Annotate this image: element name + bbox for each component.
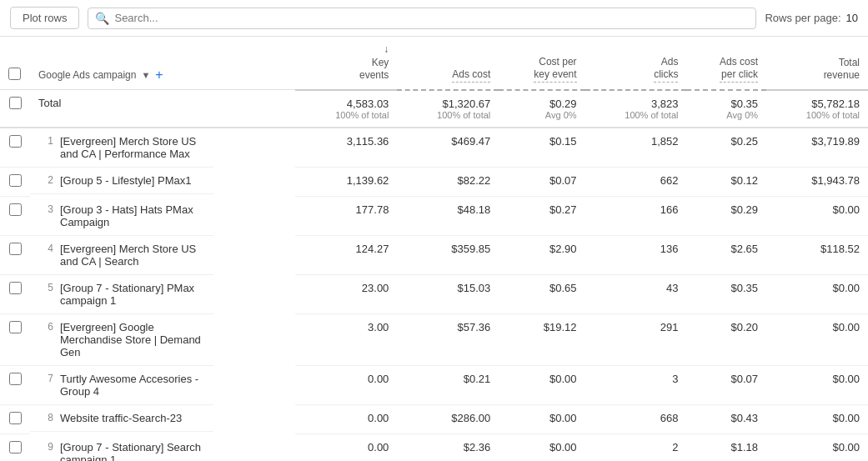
row-checkbox-3[interactable] [9,243,22,255]
header-ads-cost-label: Ads cost [452,68,490,83]
sort-down-icon: ↓ [384,43,389,57]
row-num: 8 Website traffic-Search-23 [30,405,213,432]
row-ads-clicks: 291 [585,314,687,366]
header-key-events[interactable]: ↓ Keyevents [295,37,397,90]
header-total-revenue[interactable]: Totalrevenue [766,37,868,90]
row-key-events: 3.00 [295,314,397,366]
add-column-icon[interactable]: + [155,68,163,83]
row-cost-per-key-event: $19.12 [499,314,585,366]
row-key-events: 1,139.62 [295,168,397,197]
search-box: 🔍 [88,8,756,29]
row-cost-per-key-event: $0.15 [499,128,585,168]
row-ads-cost: $48.18 [397,197,499,236]
row-checkbox-cell [0,366,30,405]
table-row: 2 [Group 5 - Lifestyle] PMax1 1,139.62 $… [0,168,868,197]
data-table: Google Ads campaign ▼ + ↓ Keyevents Ads … [0,37,868,461]
campaign-dropdown-icon[interactable]: ▼ [141,70,150,80]
total-ads-cost-per-click: $0.35 Avg 0% [686,90,766,128]
row-key-events: 177.78 [295,197,397,236]
total-revenue: $5,782.18 100% of total [766,90,868,128]
row-ads-cost: $57.36 [397,314,499,366]
row-campaign-name: Website traffic-Search-23 [60,412,182,424]
row-checkbox-2[interactable] [9,203,22,216]
row-ads-cost-per-click: $0.20 [686,314,766,366]
row-campaign-name: [Evergreen] Merch Store US and CA | Sear… [60,243,205,268]
row-ads-cost: $2.36 [397,434,499,461]
row-checkbox-8[interactable] [9,441,22,453]
header-key-events-label: Keyevents [359,57,389,83]
table-row: 5 [Group 7 - Stationary] PMax campaign 1… [0,275,868,314]
row-checkbox-cell [0,405,30,434]
row-ads-cost: $82.22 [397,168,499,197]
header-checkbox-cell [0,37,30,90]
row-checkbox-0[interactable] [9,135,22,148]
table-row: 7 Turtly Awesome Accesories - Group 4 0.… [0,366,868,405]
row-ads-clicks: 166 [585,197,687,236]
total-ads-clicks: 3,823 100% of total [585,90,687,128]
header-campaign: Google Ads campaign ▼ + [30,37,295,90]
row-total-revenue: $0.00 [766,366,868,405]
row-cost-per-key-event: $0.07 [499,168,585,197]
row-number: 8 [38,412,53,423]
row-campaign-name: [Group 7 - Stationary] Search campaign 1 [60,441,205,461]
table-header-row: Google Ads campaign ▼ + ↓ Keyevents Ads … [0,37,868,90]
total-label: Total [30,90,295,128]
row-ads-clicks: 1,852 [585,128,687,168]
row-num: 6 [Evergreen] Google Merchandise Store |… [30,314,213,366]
row-ads-clicks: 668 [585,405,687,434]
row-num: 2 [Group 5 - Lifestyle] PMax1 [30,168,213,194]
header-ads-clicks[interactable]: Adsclicks [585,37,687,90]
row-total-revenue: $3,719.89 [766,128,868,168]
row-ads-cost-per-click: $0.12 [686,168,766,197]
header-ads-cost[interactable]: Ads cost [397,37,499,90]
row-ads-cost-per-click: $0.25 [686,128,766,168]
header-cost-per-key-event[interactable]: Cost perkey event [499,37,585,90]
total-cost-per-key-event: $0.29 Avg 0% [499,90,585,128]
rows-per-page-value: 10 [846,12,858,24]
row-total-revenue: $0.00 [766,197,868,236]
plot-rows-button[interactable]: Plot rows [10,7,79,29]
row-checkbox-cell [0,434,30,461]
total-row-checkbox[interactable] [9,97,22,109]
row-campaign-name: Turtly Awesome Accesories - Group 4 [60,373,205,398]
row-cost-per-key-event: $0.27 [499,197,585,236]
row-key-events: 0.00 [295,434,397,461]
row-num: 3 [Group 3 - Hats] Hats PMax Campaign [30,197,213,236]
row-number: 2 [38,174,53,186]
row-checkbox-4[interactable] [9,282,22,294]
row-cost-per-key-event: $0.00 [499,405,585,434]
row-checkbox-7[interactable] [9,412,22,424]
campaign-col-label: Google Ads campaign [38,69,136,81]
rows-per-page-label: Rows per page: [765,12,840,24]
data-table-container: Google Ads campaign ▼ + ↓ Keyevents Ads … [0,37,868,461]
row-ads-clicks: 2 [585,434,687,461]
row-checkbox-5[interactable] [9,321,22,333]
row-ads-cost: $286.00 [397,405,499,434]
row-checkbox-6[interactable] [9,373,22,385]
row-ads-cost: $15.03 [397,275,499,314]
total-key-events: 4,583.03 100% of total [295,90,397,128]
table-row: 4 [Evergreen] Merch Store US and CA | Se… [0,236,868,275]
row-cost-per-key-event: $2.90 [499,236,585,275]
search-input[interactable] [114,12,749,24]
row-checkbox-cell [0,168,30,197]
row-checkbox-1[interactable] [9,174,22,187]
select-all-checkbox[interactable] [8,68,21,80]
table-row: 9 [Group 7 - Stationary] Search campaign… [0,434,868,461]
row-ads-cost: $0.21 [397,366,499,405]
row-key-events: 3,115.36 [295,128,397,168]
row-num: 4 [Evergreen] Merch Store US and CA | Se… [30,236,213,275]
row-ads-cost-per-click: $0.29 [686,197,766,236]
row-ads-clicks: 43 [585,275,687,314]
row-ads-clicks: 136 [585,236,687,275]
row-number: 4 [38,243,53,254]
row-ads-cost-per-click: $0.07 [686,366,766,405]
row-total-revenue: $118.52 [766,236,868,275]
table-row: 6 [Evergreen] Google Merchandise Store |… [0,314,868,366]
header-ads-cost-per-click[interactable]: Ads costper click [686,37,766,90]
row-num: 9 [Group 7 - Stationary] Search campaign… [30,434,213,461]
row-ads-clicks: 3 [585,366,687,405]
row-checkbox-cell [0,197,30,236]
table-row: 1 [Evergreen] Merch Store US and CA | Pe… [0,128,868,168]
total-ads-cost: $1,320.67 100% of total [397,90,499,128]
